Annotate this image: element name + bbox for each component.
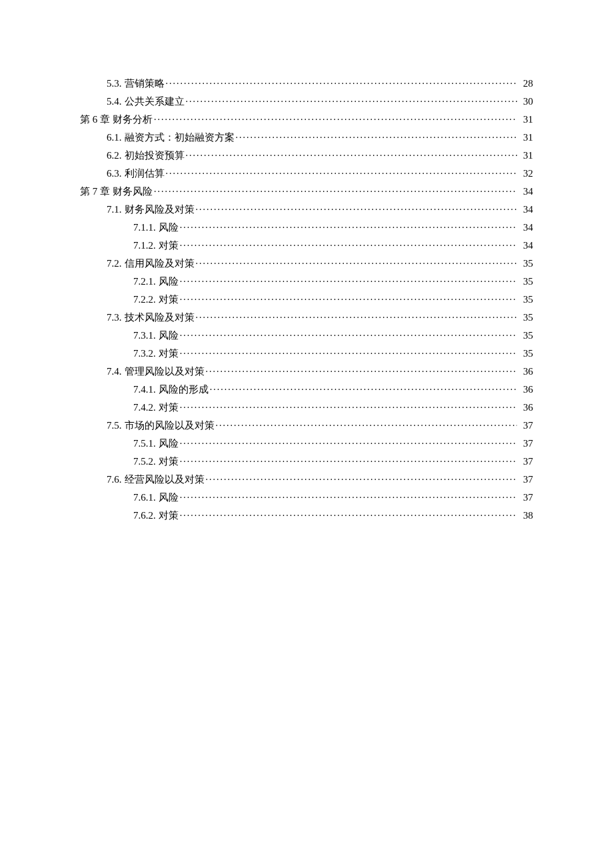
toc-label: 7.1.2.对策 (133, 239, 179, 252)
toc-leader (180, 437, 517, 447)
toc-label: 6.2.初始投资预算 (107, 149, 185, 162)
toc-page-number: 36 (518, 366, 533, 377)
toc-page-number: 28 (518, 78, 533, 89)
toc-title: 信用风险及对策 (125, 258, 195, 269)
toc-title: 初始投资预算 (125, 150, 185, 161)
toc-leader (154, 185, 517, 195)
toc-entry: 7.1.2.对策34 (80, 239, 533, 252)
toc-title: 风险的形成 (159, 384, 209, 395)
toc-entry: 7.6.1.风险37 (80, 491, 533, 504)
toc-page-number: 38 (518, 510, 533, 521)
toc-label: 7.5.市场的风险以及对策 (107, 419, 215, 432)
toc-number: 7.6. (107, 474, 122, 485)
toc-label: 7.4.2.对策 (133, 401, 179, 414)
toc-title: 对策 (159, 294, 179, 305)
toc-leader (180, 491, 517, 501)
toc-entry: 7.3.技术风险及对策35 (80, 311, 533, 324)
toc-entry: 7.2.1.风险35 (80, 275, 533, 288)
toc-label: 7.3.2.对策 (133, 347, 179, 360)
toc-page-number: 37 (518, 474, 533, 485)
toc-number: 7.3.1. (133, 330, 156, 341)
toc-entry: 7.6.经营风险以及对策37 (80, 473, 533, 486)
toc-label: 7.4.管理风险以及对策 (107, 365, 205, 378)
toc-number: 6.1. (107, 132, 122, 143)
toc-label: 7.5.2.对策 (133, 455, 179, 468)
toc-entry: 7.3.1.风险35 (80, 329, 533, 342)
toc-title: 财务风险及对策 (125, 204, 195, 215)
toc-title: 公共关系建立 (125, 96, 185, 107)
toc-page-number: 31 (518, 150, 533, 161)
toc-entry: 第 7 章财务风险34 (80, 185, 533, 198)
toc-label: 7.3.技术风险及对策 (107, 311, 195, 324)
toc-number: 7.1.1. (133, 222, 156, 233)
toc-page-number: 34 (518, 240, 533, 251)
toc-label: 7.6.1.风险 (133, 491, 179, 504)
toc-title: 市场的风险以及对策 (125, 420, 215, 431)
toc-title: 管理风险以及对策 (125, 366, 205, 377)
toc-page-number: 35 (518, 348, 533, 359)
toc-number: 7.3.2. (133, 348, 156, 359)
toc-label: 7.6.2.对策 (133, 509, 179, 522)
toc-label: 7.4.1.风险的形成 (133, 383, 209, 396)
toc-number: 7.5.2. (133, 456, 156, 467)
toc-leader (206, 365, 518, 375)
toc-leader (180, 509, 517, 519)
toc-title: 对策 (159, 240, 179, 251)
toc-title: 风险 (159, 438, 179, 449)
toc-leader (180, 347, 517, 357)
toc-entry: 7.6.2.对策38 (80, 509, 533, 522)
toc-leader (210, 383, 517, 393)
toc-page-number: 31 (518, 132, 533, 143)
toc-page-number: 35 (518, 258, 533, 269)
toc-page-number: 32 (518, 168, 533, 179)
toc-label: 7.3.1.风险 (133, 329, 179, 342)
toc-leader (154, 113, 517, 123)
toc-title: 经营风险以及对策 (125, 474, 205, 485)
toc-label: 第 7 章财务风险 (80, 185, 153, 198)
toc-label: 5.4.公共关系建立 (107, 95, 185, 108)
toc-entry: 6.2.初始投资预算31 (80, 149, 533, 162)
toc-number: 7.5.1. (133, 438, 156, 449)
toc-number: 7.5. (107, 420, 122, 431)
toc-leader (166, 167, 518, 177)
toc-leader (216, 419, 518, 429)
toc-number: 7.2. (107, 258, 122, 269)
toc-page-number: 36 (518, 402, 533, 413)
toc-page-number: 35 (518, 294, 533, 305)
toc-leader (180, 329, 517, 339)
toc-entry: 7.5.2.对策37 (80, 455, 533, 468)
toc-number: 7.1.2. (133, 240, 156, 251)
toc-number: 7.4.1. (133, 384, 156, 395)
toc-page-number: 36 (518, 384, 533, 395)
toc-title: 风险 (159, 330, 179, 341)
toc-label: 6.1.融资方式：初始融资方案 (107, 131, 235, 144)
toc-page-number: 34 (518, 204, 533, 215)
toc-leader (186, 149, 518, 159)
toc-number: 7.3. (107, 312, 122, 323)
toc-number: 6.3. (107, 168, 122, 179)
toc-leader (196, 311, 518, 321)
toc-number: 5.3. (107, 78, 122, 89)
toc-page-number: 37 (518, 456, 533, 467)
toc-label: 7.1.1.风险 (133, 221, 179, 234)
toc-leader (166, 77, 518, 87)
toc-leader (180, 293, 517, 303)
toc-title: 财务分析 (113, 114, 153, 125)
toc-title: 对策 (159, 456, 179, 467)
toc-title: 技术风险及对策 (125, 312, 195, 323)
toc-title: 风险 (159, 222, 179, 233)
toc-entry: 第 6 章财务分析31 (80, 113, 533, 126)
toc-number: 7.6.2. (133, 510, 156, 521)
toc-leader (180, 221, 517, 231)
toc-leader (196, 203, 518, 213)
toc-entry: 7.1.财务风险及对策34 (80, 203, 533, 216)
toc-number: 6.2. (107, 150, 122, 161)
toc-page-number: 37 (518, 492, 533, 503)
toc-number: 7.2.1. (133, 276, 156, 287)
toc-entry: 6.3.利润估算32 (80, 167, 533, 180)
toc-leader (180, 401, 517, 411)
toc-number: 第 6 章 (80, 114, 110, 125)
toc-label: 7.1.财务风险及对策 (107, 203, 195, 216)
toc-title: 财务风险 (113, 186, 153, 197)
toc-title: 融资方式：初始融资方案 (125, 132, 235, 143)
